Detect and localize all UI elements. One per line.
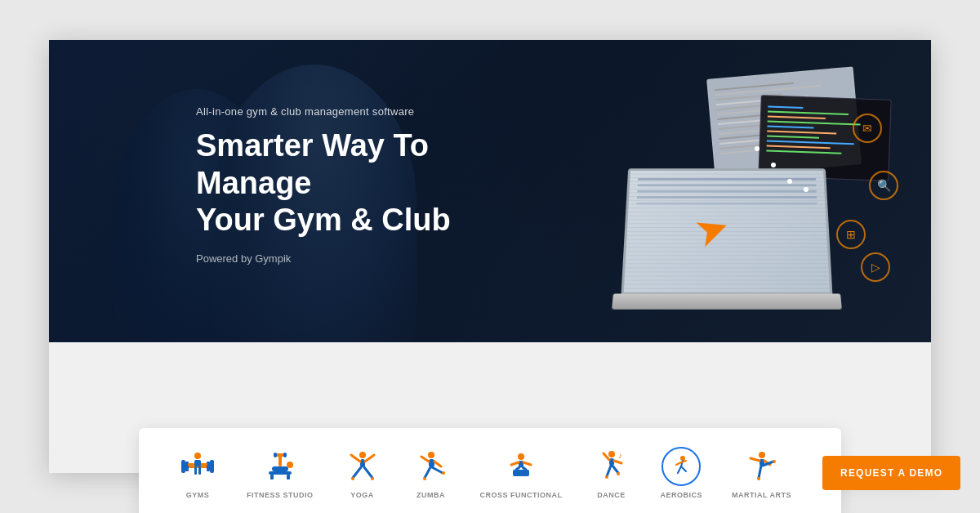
svg-point-14 xyxy=(287,462,293,468)
svg-text:♪: ♪ xyxy=(618,451,622,460)
fitness-studio-label: FITNESS STUDIO xyxy=(247,491,314,499)
svg-line-31 xyxy=(434,462,441,466)
svg-line-41 xyxy=(516,467,519,470)
category-card: GYMS xyxy=(139,428,841,513)
yoga-label: YOGA xyxy=(350,491,374,499)
svg-line-42 xyxy=(523,467,526,470)
svg-line-30 xyxy=(421,457,429,462)
hero-section: ✉ 🔍 ⊞ ▷ All-in-one gym & club management… xyxy=(49,40,931,342)
hero-title: Smarter Way To Manage Your Gym & Club xyxy=(196,127,547,239)
svg-line-60 xyxy=(751,458,760,461)
tech-icon-grid: ⊞ xyxy=(836,220,866,249)
svg-line-62 xyxy=(759,466,761,478)
connector-dot xyxy=(755,146,760,151)
svg-point-28 xyxy=(428,452,434,458)
tech-icon-search: 🔍 xyxy=(869,171,898,200)
svg-line-56 xyxy=(678,466,681,473)
svg-rect-16 xyxy=(278,455,282,466)
connector-dot xyxy=(771,163,776,167)
svg-rect-13 xyxy=(287,475,290,480)
svg-point-27 xyxy=(371,477,374,480)
svg-rect-1 xyxy=(181,460,185,473)
svg-line-45 xyxy=(604,453,609,460)
svg-line-39 xyxy=(511,462,519,465)
svg-point-26 xyxy=(351,477,354,480)
hero-title-line1: Smarter Way To Manage xyxy=(196,128,429,200)
hero-powered: Powered by Gympik xyxy=(196,252,547,265)
svg-rect-4 xyxy=(207,462,210,471)
svg-line-57 xyxy=(681,466,686,471)
request-demo-button[interactable]: REQUEST A DEMO xyxy=(822,456,960,490)
svg-point-5 xyxy=(194,453,201,459)
svg-point-35 xyxy=(442,471,445,475)
aerobics-icon xyxy=(662,447,701,486)
svg-rect-19 xyxy=(283,453,287,457)
svg-rect-36 xyxy=(513,470,529,476)
svg-line-23 xyxy=(365,455,374,462)
svg-point-20 xyxy=(359,452,366,458)
svg-line-33 xyxy=(432,467,443,473)
svg-rect-29 xyxy=(429,459,434,467)
svg-rect-3 xyxy=(210,460,214,473)
svg-line-46 xyxy=(614,461,621,463)
svg-point-43 xyxy=(608,451,615,457)
zumba-label: ZUMBA xyxy=(416,491,445,499)
orange-arrow-icon xyxy=(694,203,743,244)
svg-rect-21 xyxy=(360,459,365,467)
svg-rect-6 xyxy=(194,460,201,466)
fitness-studio-icon xyxy=(261,447,300,486)
svg-point-64 xyxy=(757,477,760,480)
category-item-dance[interactable]: ♪ DANCE xyxy=(577,447,646,499)
svg-line-54 xyxy=(676,462,681,465)
martial-arts-label: MARTIAL ARTS xyxy=(732,491,791,499)
svg-rect-10 xyxy=(201,463,207,466)
category-item-cross-functional[interactable]: CROSS FUNCTIONAL xyxy=(466,447,577,499)
category-item-zumba[interactable]: ZUMBA xyxy=(397,447,466,499)
yoga-icon xyxy=(343,447,382,486)
category-item-fitness-studio[interactable]: FITNESS STUDIO xyxy=(232,447,328,499)
tech-icon-arrow: ▷ xyxy=(861,252,890,282)
svg-point-58 xyxy=(759,452,765,458)
svg-point-50 xyxy=(605,475,608,479)
tech-icon-mail: ✉ xyxy=(853,114,882,143)
category-item-martial-arts[interactable]: MARTIAL ARTS xyxy=(717,447,806,499)
svg-rect-8 xyxy=(198,466,201,475)
svg-rect-18 xyxy=(274,453,277,457)
svg-line-25 xyxy=(364,467,372,478)
svg-point-37 xyxy=(518,453,524,460)
svg-rect-15 xyxy=(272,466,288,471)
zumba-icon xyxy=(412,447,451,486)
gyms-label: GYMS xyxy=(186,491,210,499)
svg-point-51 xyxy=(617,472,620,475)
cross-functional-icon xyxy=(501,447,541,486)
svg-rect-7 xyxy=(194,466,197,475)
svg-point-65 xyxy=(773,460,776,463)
svg-rect-2 xyxy=(185,462,189,471)
svg-line-40 xyxy=(523,462,531,465)
cross-functional-label: CROSS FUNCTIONAL xyxy=(480,491,563,499)
category-list: GYMS xyxy=(163,447,806,499)
gyms-icon xyxy=(178,447,217,486)
svg-rect-11 xyxy=(269,471,292,475)
svg-point-34 xyxy=(423,477,426,480)
svg-rect-12 xyxy=(270,475,274,480)
hero-title-line2: Your Gym & Club xyxy=(196,203,451,237)
dance-label: DANCE xyxy=(597,491,626,499)
page-wrapper: ✉ 🔍 ⊞ ▷ All-in-one gym & club management… xyxy=(49,40,931,473)
svg-line-24 xyxy=(353,467,361,478)
svg-rect-9 xyxy=(188,463,194,466)
category-item-aerobics[interactable]: AEROBICS xyxy=(646,447,718,499)
dance-icon: ♪ xyxy=(592,447,631,486)
svg-line-32 xyxy=(425,467,430,478)
hero-content: All-in-one gym & club management softwar… xyxy=(196,105,547,265)
svg-line-49 xyxy=(612,466,618,473)
aerobics-label: AEROBICS xyxy=(661,491,703,499)
svg-line-48 xyxy=(607,466,611,476)
martial-arts-icon xyxy=(742,447,782,486)
connector-dot xyxy=(787,179,792,184)
svg-line-22 xyxy=(351,455,360,462)
category-item-yoga[interactable]: YOGA xyxy=(328,447,397,499)
category-item-gyms[interactable]: GYMS xyxy=(163,447,232,499)
laptop-base xyxy=(612,293,842,309)
connector-dot xyxy=(804,187,808,192)
